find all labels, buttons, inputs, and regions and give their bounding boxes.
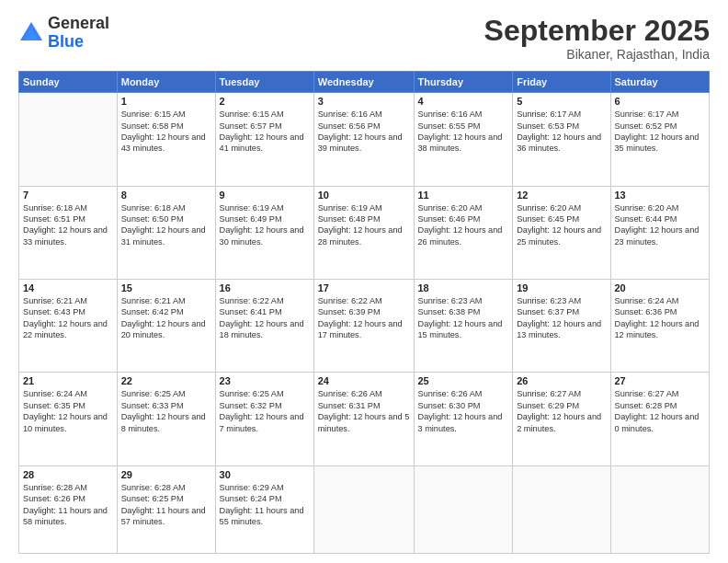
logo-icon: [18, 20, 44, 46]
calendar-cell: 29Sunrise: 6:28 AM Sunset: 6:25 PM Dayli…: [117, 465, 215, 553]
calendar-cell: 30Sunrise: 6:29 AM Sunset: 6:24 PM Dayli…: [215, 465, 313, 553]
day-detail: Sunrise: 6:23 AM Sunset: 6:38 PM Dayligh…: [418, 295, 509, 341]
day-number: 6: [615, 96, 706, 107]
day-number: 27: [615, 375, 706, 386]
calendar-cell: 7Sunrise: 6:18 AM Sunset: 6:51 PM Daylig…: [19, 186, 118, 279]
calendar-cell: 12Sunrise: 6:20 AM Sunset: 6:45 PM Dayli…: [513, 186, 610, 279]
calendar-cell: 20Sunrise: 6:24 AM Sunset: 6:36 PM Dayli…: [610, 280, 710, 373]
calendar-cell: 9Sunrise: 6:19 AM Sunset: 6:49 PM Daylig…: [215, 186, 313, 279]
day-number: 8: [121, 190, 211, 201]
calendar-cell: 8Sunrise: 6:18 AM Sunset: 6:50 PM Daylig…: [117, 186, 215, 279]
day-detail: Sunrise: 6:29 AM Sunset: 6:24 PM Dayligh…: [220, 482, 310, 528]
calendar-cell: 6Sunrise: 6:17 AM Sunset: 6:52 PM Daylig…: [610, 93, 710, 186]
day-number: 10: [318, 190, 410, 201]
subtitle: Bikaner, Rajasthan, India: [484, 47, 710, 62]
day-detail: Sunrise: 6:28 AM Sunset: 6:25 PM Dayligh…: [121, 482, 211, 528]
weekday-header-monday: Monday: [117, 72, 215, 93]
day-detail: Sunrise: 6:20 AM Sunset: 6:45 PM Dayligh…: [517, 202, 606, 248]
day-detail: Sunrise: 6:26 AM Sunset: 6:30 PM Dayligh…: [418, 388, 509, 434]
day-detail: Sunrise: 6:18 AM Sunset: 6:51 PM Dayligh…: [23, 202, 113, 248]
day-number: 1: [121, 96, 211, 107]
week-row-1: 7Sunrise: 6:18 AM Sunset: 6:51 PM Daylig…: [19, 186, 710, 279]
weekday-header-saturday: Saturday: [610, 72, 710, 93]
title-block: September 2025 Bikaner, Rajasthan, India: [484, 15, 710, 62]
week-row-2: 14Sunrise: 6:21 AM Sunset: 6:43 PM Dayli…: [19, 280, 710, 373]
day-number: 3: [318, 96, 410, 107]
calendar-cell: 16Sunrise: 6:22 AM Sunset: 6:41 PM Dayli…: [215, 280, 313, 373]
day-detail: Sunrise: 6:19 AM Sunset: 6:48 PM Dayligh…: [318, 202, 410, 248]
calendar-cell: [414, 465, 513, 553]
day-number: 24: [318, 375, 410, 386]
calendar-cell: [313, 465, 414, 553]
logo-blue: Blue: [48, 32, 84, 51]
calendar-cell: 3Sunrise: 6:16 AM Sunset: 6:56 PM Daylig…: [313, 93, 414, 186]
calendar-cell: 13Sunrise: 6:20 AM Sunset: 6:44 PM Dayli…: [610, 186, 710, 279]
calendar-cell: 5Sunrise: 6:17 AM Sunset: 6:53 PM Daylig…: [513, 93, 610, 186]
day-detail: Sunrise: 6:18 AM Sunset: 6:50 PM Dayligh…: [121, 202, 211, 248]
day-detail: Sunrise: 6:20 AM Sunset: 6:44 PM Dayligh…: [615, 202, 706, 248]
day-detail: Sunrise: 6:24 AM Sunset: 6:35 PM Dayligh…: [23, 388, 113, 434]
calendar-cell: 28Sunrise: 6:28 AM Sunset: 6:26 PM Dayli…: [19, 465, 118, 553]
day-detail: Sunrise: 6:27 AM Sunset: 6:29 PM Dayligh…: [517, 388, 606, 434]
day-number: 11: [418, 190, 509, 201]
week-row-0: 1Sunrise: 6:15 AM Sunset: 6:58 PM Daylig…: [19, 93, 710, 186]
day-detail: Sunrise: 6:16 AM Sunset: 6:55 PM Dayligh…: [418, 109, 509, 155]
weekday-header-friday: Friday: [513, 72, 610, 93]
calendar-cell: [513, 465, 610, 553]
weekday-header-row: SundayMondayTuesdayWednesdayThursdayFrid…: [19, 72, 710, 93]
calendar-cell: 23Sunrise: 6:25 AM Sunset: 6:32 PM Dayli…: [215, 373, 313, 465]
day-detail: Sunrise: 6:20 AM Sunset: 6:46 PM Dayligh…: [418, 202, 509, 248]
calendar-cell: 22Sunrise: 6:25 AM Sunset: 6:33 PM Dayli…: [117, 373, 215, 465]
calendar-cell: 27Sunrise: 6:27 AM Sunset: 6:28 PM Dayli…: [610, 373, 710, 465]
day-number: 13: [615, 190, 706, 201]
day-number: 21: [23, 375, 113, 386]
day-number: 18: [418, 282, 509, 293]
calendar-cell: 18Sunrise: 6:23 AM Sunset: 6:38 PM Dayli…: [414, 280, 513, 373]
day-number: 29: [121, 469, 211, 480]
day-number: 5: [517, 96, 606, 107]
calendar-cell: 25Sunrise: 6:26 AM Sunset: 6:30 PM Dayli…: [414, 373, 513, 465]
day-detail: Sunrise: 6:22 AM Sunset: 6:39 PM Dayligh…: [318, 295, 410, 341]
day-detail: Sunrise: 6:19 AM Sunset: 6:49 PM Dayligh…: [220, 202, 310, 248]
day-number: 15: [121, 282, 211, 293]
calendar-cell: 15Sunrise: 6:21 AM Sunset: 6:42 PM Dayli…: [117, 280, 215, 373]
day-number: 2: [220, 96, 310, 107]
day-detail: Sunrise: 6:25 AM Sunset: 6:32 PM Dayligh…: [220, 388, 310, 434]
calendar-cell: 1Sunrise: 6:15 AM Sunset: 6:58 PM Daylig…: [117, 93, 215, 186]
calendar-cell: 24Sunrise: 6:26 AM Sunset: 6:31 PM Dayli…: [313, 373, 414, 465]
calendar-cell: 14Sunrise: 6:21 AM Sunset: 6:43 PM Dayli…: [19, 280, 118, 373]
day-number: 26: [517, 375, 606, 386]
calendar-cell: 21Sunrise: 6:24 AM Sunset: 6:35 PM Dayli…: [19, 373, 118, 465]
day-detail: Sunrise: 6:28 AM Sunset: 6:26 PM Dayligh…: [23, 482, 113, 528]
day-number: 17: [318, 282, 410, 293]
calendar-cell: 4Sunrise: 6:16 AM Sunset: 6:55 PM Daylig…: [414, 93, 513, 186]
day-number: 25: [418, 375, 509, 386]
day-detail: Sunrise: 6:23 AM Sunset: 6:37 PM Dayligh…: [517, 295, 606, 341]
day-detail: Sunrise: 6:22 AM Sunset: 6:41 PM Dayligh…: [220, 295, 310, 341]
day-number: 12: [517, 190, 606, 201]
day-detail: Sunrise: 6:26 AM Sunset: 6:31 PM Dayligh…: [318, 388, 410, 434]
page: General Blue September 2025 Bikaner, Raj…: [0, 0, 728, 563]
month-title: September 2025: [484, 15, 710, 47]
day-detail: Sunrise: 6:21 AM Sunset: 6:43 PM Dayligh…: [23, 295, 113, 341]
day-detail: Sunrise: 6:17 AM Sunset: 6:52 PM Dayligh…: [615, 109, 706, 155]
day-number: 7: [23, 190, 113, 201]
calendar-table: SundayMondayTuesdayWednesdayThursdayFrid…: [18, 71, 710, 554]
day-number: 22: [121, 375, 211, 386]
day-detail: Sunrise: 6:24 AM Sunset: 6:36 PM Dayligh…: [615, 295, 706, 341]
weekday-header-wednesday: Wednesday: [313, 72, 414, 93]
day-detail: Sunrise: 6:17 AM Sunset: 6:53 PM Dayligh…: [517, 109, 606, 155]
day-number: 30: [220, 469, 310, 480]
day-detail: Sunrise: 6:21 AM Sunset: 6:42 PM Dayligh…: [121, 295, 211, 341]
day-number: 23: [220, 375, 310, 386]
calendar-cell: 11Sunrise: 6:20 AM Sunset: 6:46 PM Dayli…: [414, 186, 513, 279]
day-detail: Sunrise: 6:15 AM Sunset: 6:57 PM Dayligh…: [220, 109, 310, 155]
week-row-3: 21Sunrise: 6:24 AM Sunset: 6:35 PM Dayli…: [19, 373, 710, 465]
day-number: 20: [615, 282, 706, 293]
day-detail: Sunrise: 6:16 AM Sunset: 6:56 PM Dayligh…: [318, 109, 410, 155]
day-number: 16: [220, 282, 310, 293]
weekday-header-sunday: Sunday: [19, 72, 118, 93]
calendar-cell: 2Sunrise: 6:15 AM Sunset: 6:57 PM Daylig…: [215, 93, 313, 186]
day-detail: Sunrise: 6:27 AM Sunset: 6:28 PM Dayligh…: [615, 388, 706, 434]
weekday-header-thursday: Thursday: [414, 72, 513, 93]
